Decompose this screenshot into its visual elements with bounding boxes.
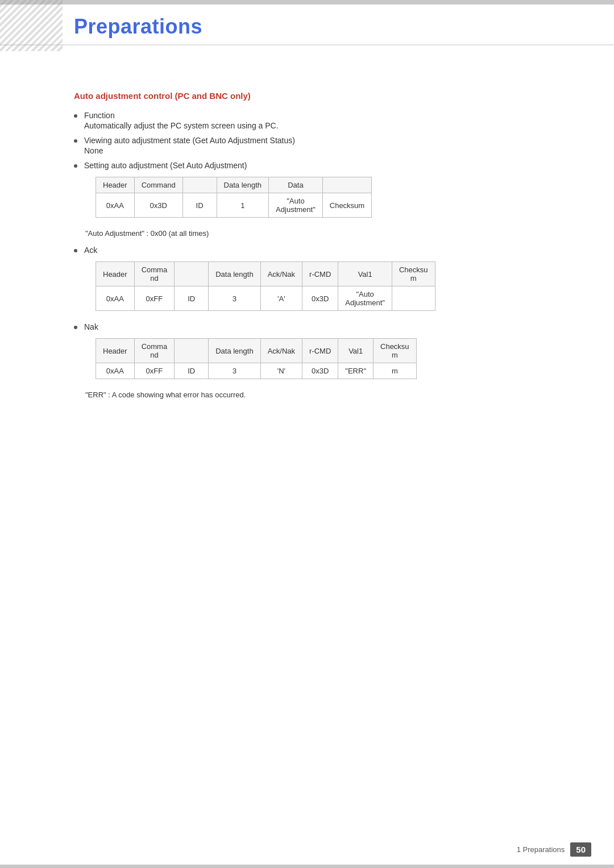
list-item: Viewing auto adjustment state (Get Auto … [74,136,540,155]
bullet-dot-icon [74,326,77,329]
table-cell: 'N' [260,363,302,379]
list-item: Ack Header Command Data length Ack/Nak [74,246,540,317]
table-header-cell: r-CMD [302,262,338,286]
table-header-cell [175,339,209,363]
table-header-cell: Checksum [374,339,417,363]
table-cell: ID [175,363,209,379]
table-header-cell: Data length [217,177,269,193]
page-title: Preparations [74,15,540,39]
list-item: Nak Header Command Data length Ack/Nak [74,322,540,385]
table-cell: 0xFF [134,363,175,379]
table-cell: 0xAA [96,193,135,218]
table-header-cell [322,177,371,193]
bullet-list: Function Automatically adjust the PC sys… [74,111,540,223]
bullet-content: Nak Header Command Data length Ack/Nak [84,322,540,385]
table-header-cell: Command [134,339,175,363]
table-header-cell [175,262,209,286]
footer: 1 Preparations 50 [0,842,614,857]
table-header-cell: Header [96,262,135,286]
top-decoration-bar [0,0,614,5]
table-header-cell: Data [269,177,323,193]
header-area: Preparations [0,5,614,45]
bullet-dot-icon [74,114,77,118]
table-cell [392,286,435,311]
table-cell: m [374,363,417,379]
bullet-content: Function Automatically adjust the PC sys… [84,111,540,130]
bullet-content: Setting auto adjustment (Set Auto Adjust… [84,161,540,223]
table-header-cell: r-CMD [302,339,338,363]
table-cell: 0xAA [96,286,135,311]
table-header-cell: Ack/Nak [260,262,302,286]
bullet-main-text: Function [84,111,540,120]
note-text-2: "ERR" : A code showing what error has oc… [85,391,540,399]
table-header-cell: Command [134,177,182,193]
content-area: Auto adjustment control (PC and BNC only… [0,91,614,399]
table-cell: 0x3D [134,193,182,218]
list-item: Setting auto adjustment (Set Auto Adjust… [74,161,540,223]
ack-table: Header Command Data length Ack/Nak r-CMD… [96,261,435,311]
table-header-cell: Data length [209,262,261,286]
table-cell: 0x3D [302,363,338,379]
bullet-main-text: Setting auto adjustment (Set Auto Adjust… [84,161,540,170]
table-header-cell: Val1 [338,262,392,286]
table-header-cell: Ack/Nak [260,339,302,363]
bullet-dot-icon [74,139,77,143]
ack-bullet-list: Ack Header Command Data length Ack/Nak [74,246,540,385]
table-cell: 0x3D [302,286,338,311]
footer-section-label: 1 Preparations [517,845,565,854]
section-title: Auto adjustment control (PC and BNC only… [74,91,540,101]
setting-table: Header Command Data length Data [96,177,372,218]
nak-table-wrapper: Header Command Data length Ack/Nak r-CMD… [96,338,540,379]
table-cell: "AutoAdjustment" [269,193,323,218]
page-wrapper: Preparations Auto adjustment control (PC… [0,0,614,868]
table-cell: 'A' [260,286,302,311]
setting-table-wrapper: Header Command Data length Data [96,177,540,218]
note-text-1: "Auto Adjustment" : 0x00 (at all times) [85,229,540,238]
table-cell: "ERR" [338,363,374,379]
bullet-sub-text: None [84,146,540,155]
ack-table-wrapper: Header Command Data length Ack/Nak r-CMD… [96,261,540,311]
nak-table: Header Command Data length Ack/Nak r-CMD… [96,338,417,379]
table-cell: 1 [217,193,269,218]
list-item: Function Automatically adjust the PC sys… [74,111,540,130]
bullet-content: Viewing auto adjustment state (Get Auto … [84,136,540,155]
nak-label: Nak [84,322,540,331]
table-cell: Checksum [322,193,371,218]
table-header-cell [182,177,217,193]
bullet-content: Ack Header Command Data length Ack/Nak [84,246,540,317]
table-header-cell: Data length [209,339,261,363]
table-cell: 0xAA [96,363,135,379]
bullet-dot-icon [74,164,77,168]
table-cell: 0xFF [134,286,175,311]
bullet-dot-icon [74,249,77,252]
top-accent-decoration [0,0,63,51]
table-header-cell: Checksum [392,262,435,286]
table-header-cell: Val1 [338,339,374,363]
table-cell: ID [182,193,217,218]
table-cell: 3 [209,363,261,379]
ack-label: Ack [84,246,540,255]
table-cell: "AutoAdjustment" [338,286,392,311]
table-cell: 3 [209,286,261,311]
bottom-decoration-bar [0,865,614,868]
table-header-cell: Command [134,262,175,286]
bullet-sub-text: Automatically adjust the PC system scree… [84,121,540,130]
footer-page-number: 50 [570,842,591,857]
table-cell: ID [175,286,209,311]
table-header-cell: Header [96,177,135,193]
bullet-main-text: Viewing auto adjustment state (Get Auto … [84,136,540,145]
table-header-cell: Header [96,339,135,363]
